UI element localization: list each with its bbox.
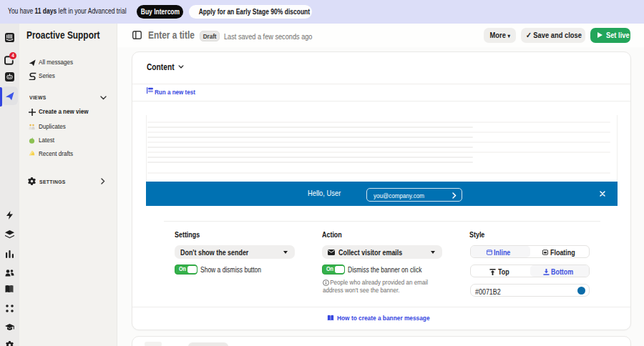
svg-text:4: 4 xyxy=(11,53,14,58)
